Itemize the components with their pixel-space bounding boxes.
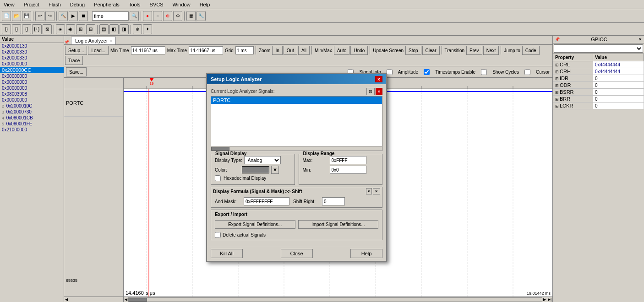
display-type-select[interactable]: Analog Digital Bit	[244, 156, 281, 164]
signal-display-title: Signal Display	[214, 151, 248, 156]
formula-title: Display Formula (Signal & Mask) >> Shift	[213, 189, 302, 194]
dialog-listbox[interactable]: PORTC	[211, 96, 382, 146]
kill-all-btn[interactable]: Kill All	[211, 249, 243, 258]
formula-collapse-btn[interactable]: ▾	[366, 188, 372, 194]
signals-clear-btn[interactable]: ×	[376, 88, 382, 95]
min-input[interactable]	[330, 166, 366, 174]
dialog-btn-row: Kill All Close Help	[207, 246, 386, 261]
hexadecimal-label: Hexadecimal Display	[224, 176, 266, 181]
and-mask-label: And Mask:	[215, 199, 240, 204]
shift-right-label: Shift Right:	[293, 199, 318, 204]
display-range-group: Display Range Max: Min:	[299, 154, 383, 185]
signal-display-group: Signal Display Display Type: Analog Digi…	[211, 154, 295, 185]
setup-dialog: Setup Logic Analyzer × Current Logic Ana…	[206, 73, 387, 262]
formula-header[interactable]: Display Formula (Signal & Mask) >> Shift…	[211, 187, 382, 195]
hexadecimal-field: Hexadecimal Display	[215, 175, 291, 181]
dialog-close-btn[interactable]: ×	[375, 76, 382, 82]
shift-right-input[interactable]	[322, 197, 345, 205]
display-type-label: Display Type:	[215, 158, 242, 163]
import-btn[interactable]: Import Signal Definitions...	[298, 220, 379, 229]
delete-signals-checkbox[interactable]	[215, 232, 221, 238]
max-input[interactable]	[330, 156, 366, 164]
max-label: Max:	[303, 158, 328, 163]
dialog-body: Current Logic Analyzer Signals: ⊡ × PORT…	[207, 84, 386, 246]
delete-signals-label: Delete actual Signals	[223, 232, 266, 237]
and-mask-input[interactable]	[244, 197, 289, 205]
dialog-display-row: Signal Display Display Type: Analog Digi…	[211, 154, 382, 185]
dialog-overlay: Setup Logic Analyzer × Current Logic Ana…	[0, 0, 644, 302]
dialog-listbox-scrollbar	[211, 146, 382, 151]
color-field: Color: ▼	[215, 166, 291, 174]
dialog-signals-header: Current Logic Analyzer Signals: ⊡ ×	[211, 88, 382, 95]
min-field: Min:	[303, 166, 379, 174]
formula-close-btn[interactable]: ✕	[373, 188, 380, 194]
formula-content: And Mask: Shift Right:	[211, 195, 382, 207]
dialog-signals-btns: ⊡ ×	[366, 88, 382, 95]
color-dropdown-btn[interactable]: ▼	[271, 166, 279, 174]
dialog-signals-label: Current Logic Analyzer Signals:	[211, 89, 275, 94]
listbox-scroll-thumb[interactable]	[211, 147, 229, 151]
help-btn[interactable]: Help	[350, 249, 382, 258]
min-label: Min:	[303, 167, 328, 173]
export-title: Export / Import	[215, 212, 378, 217]
signals-collapse-btn[interactable]: ⊡	[366, 88, 375, 95]
color-swatch[interactable]	[242, 166, 269, 173]
dialog-title: Setup Logic Analyzer	[211, 76, 262, 82]
close-dialog-btn[interactable]: Close	[281, 249, 313, 258]
delete-signals-field: Delete actual Signals	[215, 232, 378, 238]
dialog-export-section: Export / Import Export Signal Definition…	[211, 210, 382, 240]
display-type-field: Display Type: Analog Digital Bit	[215, 156, 291, 164]
formula-btns: ▾ ✕	[366, 188, 380, 194]
dialog-signals-section: Current Logic Analyzer Signals: ⊡ × PORT…	[211, 88, 382, 151]
hexadecimal-checkbox[interactable]	[215, 175, 221, 181]
color-label: Color:	[215, 167, 240, 173]
export-btn[interactable]: Export Signal Definitions...	[215, 220, 295, 229]
export-row: Export Signal Definitions... Import Sign…	[215, 218, 378, 231]
dialog-formula-section: Display Formula (Signal & Mask) >> Shift…	[211, 187, 382, 208]
dialog-titlebar: Setup Logic Analyzer ×	[207, 74, 386, 84]
max-field: Max:	[303, 156, 379, 164]
display-range-title: Display Range	[302, 151, 336, 156]
listbox-item-portc[interactable]: PORTC	[211, 97, 382, 104]
